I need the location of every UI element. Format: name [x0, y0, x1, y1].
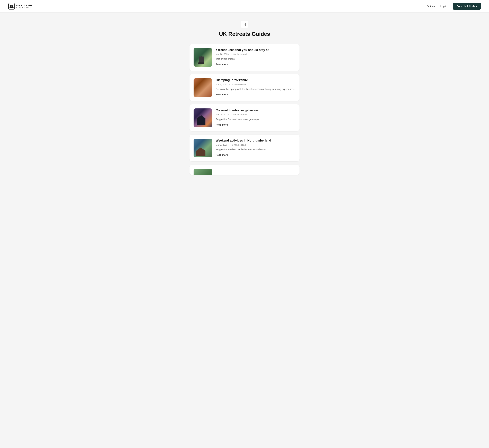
article-image-3	[194, 108, 212, 127]
guides-nav-link[interactable]: Guides	[427, 5, 435, 8]
article-card-4: Weekend activities in Northumberland Mar…	[189, 135, 300, 161]
read-more-link-1[interactable]: Read more ›	[216, 63, 229, 66]
article-meta-2: Mar 3, 2023 5 minute read	[216, 83, 295, 86]
svg-rect-1	[243, 23, 245, 26]
page-icon	[241, 21, 248, 28]
article-meta-4: Mar 2, 2023 3 minute read	[216, 144, 295, 146]
article-title-3: Cornwall treehouse getaways	[216, 108, 295, 112]
meta-separator-4	[229, 144, 230, 145]
article-image-5	[194, 169, 212, 175]
article-date-1: Mar 20, 2023	[216, 53, 229, 56]
article-content-3: Cornwall treehouse getaways Feb 28, 2023…	[216, 108, 295, 126]
join-chevron-icon: ›	[476, 5, 477, 8]
article-read-time-3: 5 minute read	[233, 113, 247, 116]
article-title-1: 5 treehouses that you should stay at	[216, 48, 295, 52]
article-content-4: Weekend activities in Northumberland Mar…	[216, 139, 295, 156]
page-title: UK Retreats Guides	[189, 31, 300, 37]
logo-title: UKR CLUB	[16, 4, 32, 7]
article-content-2: Glamping in Yorkshire Mar 3, 2023 5 minu…	[216, 78, 295, 96]
logo[interactable]: UKR CLUB BY UK RETREATS	[8, 3, 32, 10]
article-card-2: Glamping in Yorkshire Mar 3, 2023 5 minu…	[189, 74, 300, 101]
article-card-3: Cornwall treehouse getaways Feb 28, 2023…	[189, 104, 300, 131]
article-card-5-partial	[189, 165, 300, 175]
svg-rect-0	[8, 3, 15, 9]
logo-subtitle: BY UK RETREATS	[16, 7, 32, 8]
article-read-time-2: 5 minute read	[232, 83, 246, 86]
article-snippet-1: Test article snippet	[216, 57, 295, 61]
meta-separator-3	[231, 114, 231, 115]
read-more-chevron-icon-2: ›	[228, 93, 229, 96]
meta-separator	[231, 54, 231, 55]
logo-icon	[8, 3, 15, 10]
header: UKR CLUB BY UK RETREATS Guides Log in Jo…	[0, 0, 489, 13]
read-more-chevron-icon-4: ›	[228, 154, 229, 156]
read-more-chevron-icon-1: ›	[228, 63, 229, 66]
article-date-4: Mar 2, 2023	[216, 144, 227, 146]
article-snippet-4: Snippet for weekend activities in Northu…	[216, 148, 295, 151]
article-snippet-2: Get cosy this spring with the finest sel…	[216, 87, 295, 91]
article-title-4: Weekend activities in Northumberland	[216, 139, 295, 143]
article-title-2: Glamping in Yorkshire	[216, 78, 295, 82]
article-date-2: Mar 3, 2023	[216, 83, 227, 86]
logo-text: UKR CLUB BY UK RETREATS	[16, 4, 32, 8]
read-more-chevron-icon-3: ›	[228, 124, 229, 126]
article-content-1: 5 treehouses that you should stay at Mar…	[216, 48, 295, 66]
meta-separator-2	[229, 84, 230, 85]
articles-list: 5 treehouses that you should stay at Mar…	[189, 44, 300, 175]
article-date-3: Feb 28, 2023	[216, 113, 229, 116]
login-nav-link[interactable]: Log in	[440, 5, 447, 8]
article-image-1	[194, 48, 212, 67]
article-snippet-3: Snippet for Cornwall treehouse getaways	[216, 118, 295, 121]
article-card: 5 treehouses that you should stay at Mar…	[189, 44, 300, 71]
article-image-2	[194, 78, 212, 97]
article-read-time-1: 3 minute read	[233, 53, 247, 56]
article-image-4	[194, 139, 212, 157]
article-meta-1: Mar 20, 2023 3 minute read	[216, 53, 295, 56]
read-more-link-3[interactable]: Read more ›	[216, 123, 229, 126]
article-meta-3: Feb 28, 2023 5 minute read	[216, 113, 295, 116]
book-icon	[243, 23, 246, 26]
main-content: UK Retreats Guides 5 treehouses that you…	[187, 13, 302, 183]
read-more-link-2[interactable]: Read more ›	[216, 93, 229, 96]
join-button[interactable]: Join UKR Club ›	[453, 3, 481, 10]
main-nav: Guides Log in Join UKR Club ›	[427, 3, 481, 10]
article-read-time-4: 3 minute read	[232, 144, 246, 146]
page-header: UK Retreats Guides	[189, 21, 300, 37]
read-more-link-4[interactable]: Read more ›	[216, 154, 229, 156]
